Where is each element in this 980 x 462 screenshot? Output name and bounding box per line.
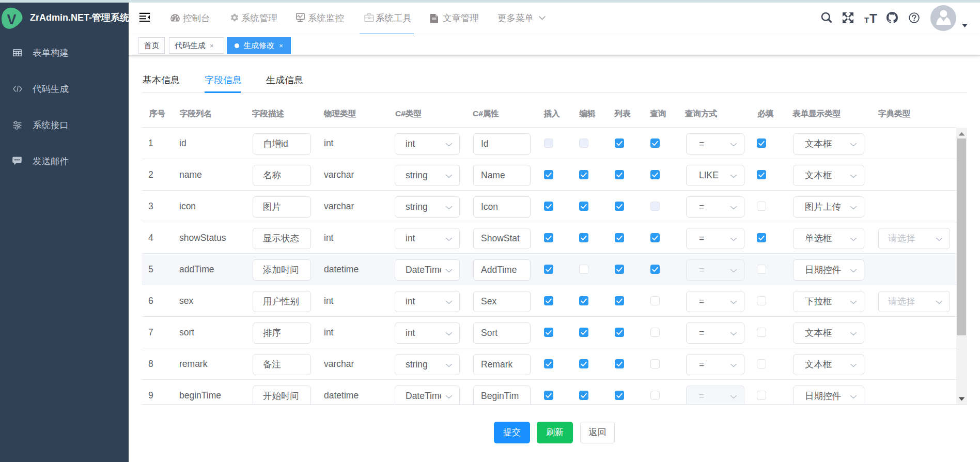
svg-text:V: V	[7, 12, 17, 27]
